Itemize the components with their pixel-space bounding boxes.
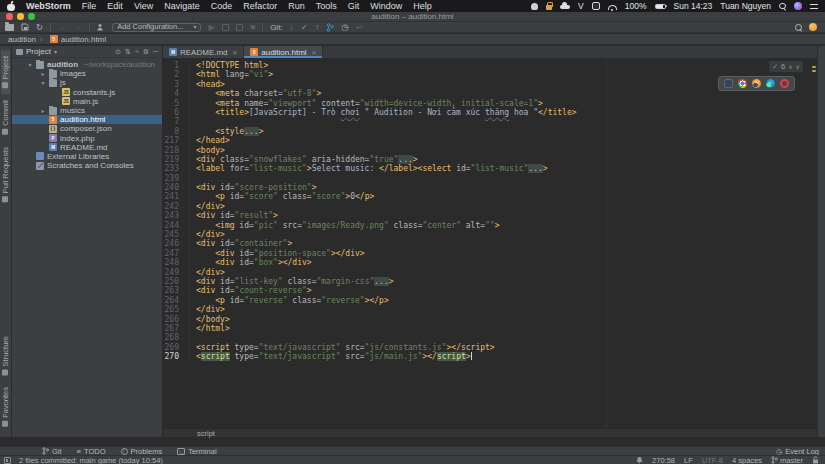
sidebar-item-pull-requests[interactable]: Pull Requests bbox=[1, 141, 10, 208]
tab-close-icon[interactable]: × bbox=[312, 48, 317, 57]
siri-icon[interactable] bbox=[794, 2, 802, 10]
code-line[interactable]: 250<div id="list-key" class="margin-css"… bbox=[163, 277, 817, 286]
code-line[interactable]: 6 <title>[JavaScript] - Trò chơi " Audit… bbox=[163, 108, 817, 117]
code-line[interactable]: 242</div> bbox=[163, 202, 817, 211]
code-line[interactable]: 217</head> bbox=[163, 136, 817, 145]
code-line[interactable]: 5 <meta name="viewport" content="width=d… bbox=[163, 99, 817, 108]
git-update-icon[interactable]: ↓ bbox=[290, 22, 294, 32]
code-line[interactable]: 268 bbox=[163, 333, 817, 342]
coverage-button[interactable] bbox=[236, 24, 243, 31]
tree-item-constants-js[interactable]: constants.js bbox=[12, 88, 162, 97]
code-line[interactable]: 267</html> bbox=[163, 324, 817, 333]
sidebar-item-favorites[interactable]: Favorites bbox=[1, 381, 10, 433]
menubar-status-text[interactable]: Sun 14:23 bbox=[674, 1, 713, 11]
zoom-window-button[interactable] bbox=[28, 13, 35, 20]
code-line[interactable]: 243<div id="result"> bbox=[163, 211, 817, 220]
control-center-icon[interactable] bbox=[810, 3, 818, 10]
menu-git[interactable]: Git bbox=[348, 0, 360, 12]
battery-icon[interactable] bbox=[655, 4, 666, 9]
tab-close-icon[interactable]: × bbox=[233, 48, 238, 57]
opera-icon[interactable] bbox=[780, 79, 789, 88]
builtin-preview-icon[interactable] bbox=[724, 79, 733, 88]
code-line[interactable]: 270<script type="text/javascript" src="j… bbox=[163, 352, 817, 361]
caret-position[interactable]: 270:58 bbox=[652, 456, 675, 464]
lock-icon[interactable] bbox=[812, 456, 819, 464]
next-problem-icon[interactable]: ∨ bbox=[796, 63, 800, 70]
menu-webstorm[interactable]: WebStorm bbox=[26, 0, 71, 12]
code-line[interactable]: 245</div> bbox=[163, 230, 817, 239]
status-message[interactable]: 2 files committed: main game (today 10:5… bbox=[19, 456, 163, 464]
code-line[interactable]: 7 bbox=[163, 117, 817, 126]
tree-item-images[interactable]: ▸images bbox=[12, 69, 162, 78]
sidebar-item-commit[interactable]: Commit bbox=[1, 94, 10, 141]
code-line[interactable]: 247 <div id="position-space"></div> bbox=[163, 249, 817, 258]
code-line[interactable]: 241 <p id="score" class="score">0</p> bbox=[163, 192, 817, 201]
tab-readme-md[interactable]: README.md× bbox=[163, 46, 244, 58]
debug-button[interactable] bbox=[222, 24, 229, 31]
breadcrumb-tag[interactable]: script bbox=[197, 429, 215, 438]
cloud-icon[interactable] bbox=[560, 5, 570, 9]
tree-item-index-php[interactable]: index.php bbox=[12, 134, 162, 143]
tree-item-js[interactable]: ▾js bbox=[12, 78, 162, 87]
menubar-status-text[interactable]: V bbox=[578, 1, 584, 11]
lock-icon[interactable] bbox=[546, 5, 552, 10]
arrow-expanded-icon[interactable]: ▾ bbox=[27, 61, 33, 68]
code-line[interactable]: 233<label for="list-music">Select music:… bbox=[163, 164, 817, 173]
forward-icon[interactable]: → bbox=[74, 22, 83, 32]
arrow-collapsed-icon[interactable]: ▸ bbox=[40, 107, 46, 114]
tree-item-external-libraries[interactable]: External Libraries bbox=[12, 152, 162, 161]
menu-file[interactable]: File bbox=[82, 0, 97, 12]
menu-help[interactable]: Help bbox=[413, 0, 432, 12]
gear-icon[interactable]: ⚙ bbox=[143, 48, 149, 56]
notifications-bell-icon[interactable] bbox=[636, 456, 643, 464]
collapse-all-icon[interactable]: ÷ bbox=[135, 48, 139, 56]
code-line[interactable]: 246<div id="container"> bbox=[163, 239, 817, 248]
code-line[interactable]: 244 <img id="pic" src="images/Ready.png"… bbox=[163, 221, 817, 230]
menu-navigate[interactable]: Navigate bbox=[164, 0, 200, 12]
folded-region[interactable]: ... bbox=[244, 127, 258, 136]
code-line[interactable]: 1<!DOCTYPE html> bbox=[163, 61, 817, 70]
git-branch-widget[interactable]: master bbox=[771, 456, 803, 464]
search-icon[interactable] bbox=[779, 3, 786, 10]
code-line[interactable]: 264 <p id="reverse" class="reverse"></p> bbox=[163, 296, 817, 305]
tree-item-scratches-and-consoles[interactable]: Scratches and Consoles bbox=[12, 161, 162, 170]
sidebar-item-project[interactable]: Project bbox=[1, 50, 10, 94]
hand-icon[interactable] bbox=[531, 3, 538, 10]
code-line[interactable]: 8 <style...> bbox=[163, 127, 817, 136]
tree-item-composer-json[interactable]: composer.json bbox=[12, 124, 162, 133]
code-line[interactable]: 265</div> bbox=[163, 305, 817, 314]
tree-item-readme-md[interactable]: README.md bbox=[12, 143, 162, 152]
prev-problem-icon[interactable]: ∧ bbox=[788, 63, 792, 70]
firefox-icon[interactable] bbox=[752, 79, 761, 88]
menubar-status-text[interactable]: 100% bbox=[625, 1, 647, 11]
search-everywhere-icon[interactable] bbox=[794, 23, 802, 31]
locate-file-icon[interactable]: ⊙ bbox=[115, 48, 121, 56]
menu-edit[interactable]: Edit bbox=[107, 0, 123, 12]
folded-region[interactable]: ... bbox=[374, 277, 388, 286]
hide-panel-icon[interactable]: ─ bbox=[153, 48, 158, 56]
sync-icon[interactable]: ↻ bbox=[36, 22, 43, 32]
menu-tools[interactable]: Tools bbox=[316, 0, 337, 12]
code-line[interactable]: 240<div id="score-position"> bbox=[163, 183, 817, 192]
rollback-icon[interactable]: ↩ bbox=[356, 22, 363, 32]
breadcrumb-item[interactable]: audition.html bbox=[40, 35, 106, 44]
tree-item-audition-html[interactable]: audition.html bbox=[12, 115, 162, 124]
keyboard-icon[interactable] bbox=[592, 2, 600, 10]
chevron-down-icon[interactable]: ▾ bbox=[54, 48, 57, 55]
minimize-window-button[interactable] bbox=[17, 13, 24, 20]
close-window-button[interactable] bbox=[6, 13, 13, 20]
breadcrumb-item[interactable]: audition bbox=[8, 35, 36, 44]
git-branch-icon[interactable] bbox=[326, 23, 334, 32]
code-viewport[interactable]: 1<!DOCTYPE html>2<html lang="vi">3<head>… bbox=[163, 59, 817, 428]
error-stripe[interactable] bbox=[811, 59, 817, 428]
code-line[interactable]: 248 <div id="box"></div> bbox=[163, 258, 817, 267]
license-indicator-icon[interactable] bbox=[809, 23, 817, 31]
apple-menu-icon[interactable] bbox=[7, 2, 15, 11]
back-icon[interactable]: ← bbox=[58, 22, 67, 32]
run-button[interactable]: ▶ bbox=[208, 22, 215, 32]
run-profile-icon[interactable] bbox=[97, 23, 105, 31]
open-folder-icon[interactable] bbox=[5, 24, 14, 31]
wifi-icon[interactable] bbox=[608, 5, 617, 10]
menu-window[interactable]: Window bbox=[370, 0, 402, 12]
folded-region[interactable]: ... bbox=[398, 155, 412, 164]
